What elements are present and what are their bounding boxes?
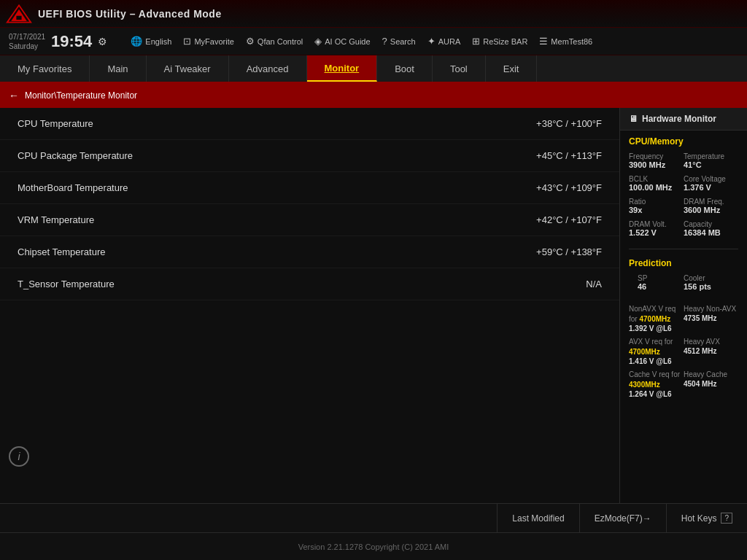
cpu-pkg-temp-label: CPU Package Temperature xyxy=(18,150,133,161)
mb-temp-value: +43°C / +109°F xyxy=(536,182,602,193)
tool-aura[interactable]: ✦ AURA xyxy=(427,36,461,47)
hw-core-voltage: Core Voltage 1.376 V xyxy=(684,172,738,195)
tab-main[interactable]: Main xyxy=(90,55,146,82)
last-modified-button[interactable]: Last Modified xyxy=(497,504,578,532)
tab-boot[interactable]: Boot xyxy=(377,55,433,82)
cpu-temp-value: +38°C / +100°F xyxy=(536,118,602,129)
tab-ai-tweaker[interactable]: Ai Tweaker xyxy=(147,55,229,82)
breadcrumb: ← Monitor\Temperature Monitor xyxy=(0,83,747,108)
hot-keys-button[interactable]: Hot Keys ? xyxy=(666,504,747,532)
tool-english[interactable]: 🌐 English xyxy=(131,36,171,47)
breadcrumb-text: Monitor\Temperature Monitor xyxy=(25,90,137,101)
hw-ratio: Ratio 39x xyxy=(629,195,684,217)
fan-icon: ⚙ xyxy=(246,36,255,47)
tool-aioc[interactable]: ◈ AI OC Guide xyxy=(314,36,370,47)
temp-row-mb[interactable]: MotherBoard Temperature +43°C / +109°F xyxy=(0,172,619,204)
cpu-temp-label: CPU Temperature xyxy=(18,118,93,129)
pred-cache: Cache V req for 4300MHz 1.264 V @L6 Heav… xyxy=(629,370,738,398)
globe-icon: 🌐 xyxy=(131,36,142,47)
cpu-pkg-temp-value: +45°C / +113°F xyxy=(536,150,602,161)
tsensor-temp-value: N/A xyxy=(586,279,602,289)
tool-aura-label: AURA xyxy=(438,37,461,46)
main-content: CPU Temperature +38°C / +100°F CPU Packa… xyxy=(0,108,747,503)
tab-tool[interactable]: Tool xyxy=(433,55,486,82)
hw-temperature: Temperature 41°C xyxy=(684,149,738,172)
info-icon-area: i xyxy=(9,446,29,467)
pred-avx: AVX V req for 4700MHz 1.416 V @L6 Heavy … xyxy=(629,337,738,365)
breadcrumb-back-icon[interactable]: ← xyxy=(9,90,19,101)
ez-mode-button[interactable]: EzMode(F7)→ xyxy=(579,504,666,532)
tool-english-label: English xyxy=(145,37,171,46)
rog-logo-icon xyxy=(6,4,32,24)
tool-qfan-label: Qfan Control xyxy=(258,37,303,46)
settings-icon[interactable]: ⚙ xyxy=(98,36,107,47)
datetime-left: 07/17/2021 Saturday 19:54 ⚙ xyxy=(9,32,107,51)
left-panel: CPU Temperature +38°C / +100°F CPU Packa… xyxy=(0,108,619,503)
hw-monitor-title: 🖥 Hardware Monitor xyxy=(620,108,747,131)
logo-area: UEFI BIOS Utility – Advanced Mode xyxy=(6,4,222,24)
bottom-actions: Last Modified EzMode(F7)→ Hot Keys ? xyxy=(0,503,747,532)
tab-my-favorites[interactable]: My Favorites xyxy=(0,55,90,82)
tool-qfan[interactable]: ⚙ Qfan Control xyxy=(246,36,303,47)
tab-exit[interactable]: Exit xyxy=(486,55,538,82)
tool-search[interactable]: ? Search xyxy=(382,36,416,47)
hw-cooler: Cooler 156 pts xyxy=(684,271,729,294)
right-panel: 🖥 Hardware Monitor CPU/Memory Frequency … xyxy=(619,108,747,503)
tool-myfavorite-label: MyFavorite xyxy=(194,37,233,46)
tool-resizebar-label: ReSize BAR xyxy=(483,37,527,46)
footer-bar: Version 2.21.1278 Copyright (C) 2021 AMI xyxy=(0,532,747,560)
temp-row-chipset[interactable]: Chipset Temperature +59°C / +138°F xyxy=(0,236,619,268)
vrm-temp-label: VRM Temperature xyxy=(18,214,94,225)
tool-aioc-label: AI OC Guide xyxy=(325,37,370,46)
resize-icon: ⊞ xyxy=(472,36,480,47)
tool-search-label: Search xyxy=(390,37,416,46)
footer-text: Version 2.21.1278 Copyright (C) 2021 AMI xyxy=(298,542,449,551)
hw-dram-volt: DRAM Volt. 1.522 V xyxy=(629,217,684,240)
datetime-bar: 07/17/2021 Saturday 19:54 ⚙ 🌐 English ⊡ … xyxy=(0,28,747,55)
tool-resizebar[interactable]: ⊞ ReSize BAR xyxy=(472,36,527,47)
aura-icon: ✦ xyxy=(427,36,436,47)
info-icon[interactable]: i xyxy=(9,446,29,467)
cpu-memory-grid: Frequency 3900 MHz Temperature 41°C BCLK… xyxy=(620,149,747,246)
temp-row-cpu[interactable]: CPU Temperature +38°C / +100°F xyxy=(0,108,619,140)
hw-bclk: BCLK 100.00 MHz xyxy=(629,172,684,195)
pred-nonavx: NonAVX V req for 4700MHz 1.392 V @L6 Hea… xyxy=(629,304,738,332)
date-display: 07/17/2021 Saturday xyxy=(9,32,45,51)
tools-bar: 🌐 English ⊡ MyFavorite ⚙ Qfan Control ◈ … xyxy=(131,36,592,47)
memtest-icon: ☰ xyxy=(539,36,548,47)
hw-capacity: Capacity 16384 MB xyxy=(684,217,738,240)
chipset-temp-label: Chipset Temperature xyxy=(18,246,105,257)
chipset-temp-value: +59°C / +138°F xyxy=(536,246,602,257)
header-bar: UEFI BIOS Utility – Advanced Mode xyxy=(0,0,747,28)
temp-row-vrm[interactable]: VRM Temperature +42°C / +107°F xyxy=(0,204,619,236)
nav-tabs: My Favorites Main Ai Tweaker Advanced Mo… xyxy=(0,55,747,83)
svg-rect-2 xyxy=(16,15,21,19)
vrm-temp-value: +42°C / +107°F xyxy=(536,214,602,225)
favorite-icon: ⊡ xyxy=(183,36,191,47)
search-icon: ? xyxy=(382,36,387,47)
temp-row-tsensor[interactable]: T_Sensor Temperature N/A xyxy=(0,268,619,300)
prediction-section-title: Prediction xyxy=(620,252,747,271)
cpu-memory-section-title: CPU/Memory xyxy=(620,131,747,149)
hw-frequency: Frequency 3900 MHz xyxy=(629,149,684,172)
hw-dram-freq: DRAM Freq. 3600 MHz xyxy=(684,195,738,217)
question-icon: ? xyxy=(721,513,732,524)
temp-row-cpu-pkg[interactable]: CPU Package Temperature +45°C / +113°F xyxy=(0,140,619,172)
mb-temp-label: MotherBoard Temperature xyxy=(18,182,128,193)
divider xyxy=(629,249,738,249)
tool-memtest[interactable]: ☰ MemTest86 xyxy=(539,36,592,47)
tab-advanced[interactable]: Advanced xyxy=(229,55,307,82)
tab-monitor[interactable]: Monitor xyxy=(307,55,378,82)
time-display: 19:54 xyxy=(51,32,92,51)
tsensor-temp-label: T_Sensor Temperature xyxy=(18,279,115,289)
ai-icon: ◈ xyxy=(314,36,322,47)
monitor-icon: 🖥 xyxy=(629,114,638,124)
tool-myfavorite[interactable]: ⊡ MyFavorite xyxy=(183,36,233,47)
prediction-section: SP 46 Cooler 156 pts NonAVX V req for 47… xyxy=(620,271,747,408)
sp-cooler-grid: SP 46 Cooler 156 pts xyxy=(629,271,738,300)
hw-sp: SP 46 xyxy=(638,271,684,294)
tool-memtest-label: MemTest86 xyxy=(551,37,592,46)
app-title: UEFI BIOS Utility – Advanced Mode xyxy=(38,8,222,20)
